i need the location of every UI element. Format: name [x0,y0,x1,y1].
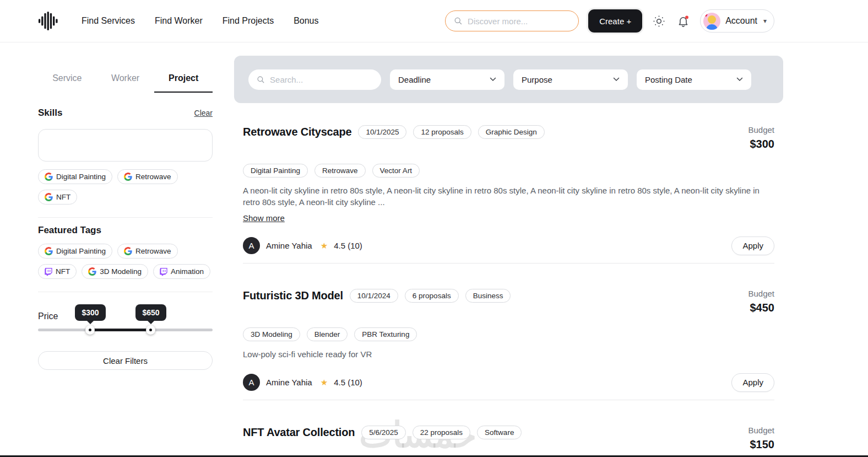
tab-project[interactable]: Project [154,73,213,93]
featured-tag-digital-painting[interactable]: Digital Painting [38,244,112,259]
featured-tags-title: Featured Tags [38,225,101,236]
price-label: Price [38,311,58,321]
project-card-futuristic-3d-model: Futuristic 3D Model 10/1/2024 6 proposal… [243,264,774,400]
notifications-button[interactable] [676,14,691,29]
google-icon [124,173,132,181]
tag-label: Digital Painting [56,173,106,181]
results-search-input[interactable] [270,75,373,84]
tab-worker[interactable]: Worker [96,73,155,93]
proposals-chip: 22 proposals [413,426,470,439]
deadline-chip: 10/1/2024 [350,289,398,303]
budget-label: Budget [748,426,774,435]
search-icon [257,75,265,84]
posting-date-dropdown[interactable]: Posting Date [637,69,751,90]
account-avatar: ♥ [703,13,720,30]
author-avatar: A [243,374,260,391]
featured-tag-retrowave[interactable]: Retrowave [117,244,178,259]
author-avatar: A [243,237,260,254]
featured-tag-3d-modeling[interactable]: 3D Modeling [82,264,148,279]
featured-tag-list: Digital Painting Retrowave NFT 3D Modeli… [38,244,213,279]
author[interactable]: A Amine Yahia ★ 4.5 (10) [243,237,362,254]
skills-header: Skills Clear [38,107,213,119]
twitch-icon [160,268,167,276]
show-more-link[interactable]: Show more [243,213,285,223]
google-icon [45,247,53,255]
tag-label: Animation [171,267,204,276]
skill-tag-digital-painting[interactable]: Digital Painting [38,169,112,184]
project-description: Low-poly sci-fi vehicle ready for VR [243,348,774,360]
project-tag: Blender [307,327,348,341]
apply-button[interactable]: Apply [731,373,774,392]
purpose-dropdown[interactable]: Purpose [513,69,628,90]
chevron-down-icon [490,77,496,82]
budget-block: Budget $300 [748,125,774,150]
dropdown-label: Posting Date [645,75,692,84]
budget-amount: $450 [748,302,774,314]
project-tag: Vector Art [372,164,420,178]
nav-find-worker[interactable]: Find Worker [155,16,203,26]
entity-tabs: Service Worker Project [38,73,213,93]
tab-service[interactable]: Service [38,73,96,93]
global-search[interactable] [445,10,579,31]
apply-button[interactable]: Apply [731,236,774,255]
price-slider-handle-min[interactable] [85,325,95,335]
author-rating: 4.5 (10) [334,241,362,250]
clear-filters-button[interactable]: Clear Filters [38,351,213,370]
star-icon: ★ [321,241,328,251]
author[interactable]: A Amine Yahia ★ 4.5 (10) [243,374,362,391]
project-title[interactable]: Futuristic 3D Model [243,289,343,302]
account-label: Account [725,16,757,26]
budget-block: Budget $450 [748,289,774,314]
dropdown-label: Deadline [398,75,431,84]
price-min-tooltip: $300 [75,304,106,321]
budget-amount: $300 [748,138,774,150]
card-header: Retrowave Cityscape 10/1/2025 12 proposa… [243,125,774,150]
deadline-chip: 10/1/2025 [358,125,406,139]
chevron-down-icon: ▾ [763,17,767,25]
category-chip: Business [465,289,511,303]
main-nav: Find Services Find Worker Find Projects … [82,16,319,26]
google-icon [88,267,96,276]
proposals-chip: 6 proposals [405,289,459,303]
skill-tag-retrowave[interactable]: Retrowave [117,169,178,184]
featured-tag-nft[interactable]: NFT [38,264,77,279]
budget-label: Budget [748,289,774,298]
project-description: A neon-lit city skyline in retro 80s sty… [243,185,774,208]
project-tags: 3D Modeling Blender PBR Texturing [243,327,774,341]
price-filter: Price $300 $650 [38,304,213,343]
google-icon [45,193,53,201]
account-menu-button[interactable]: ♥ Account ▾ [700,9,774,33]
results-filter-bar: Deadline Purpose Posting Date [234,56,783,103]
project-tag: PBR Texturing [354,327,417,341]
brand-logo-icon[interactable] [37,10,58,31]
proposals-chip: 12 proposals [413,125,471,139]
author-name: Amine Yahia [266,241,312,250]
bell-icon [677,15,690,28]
project-title[interactable]: NFT Avatar Collection [243,426,355,439]
skills-clear-link[interactable]: Clear [194,109,213,117]
project-title[interactable]: Retrowave Cityscape [243,126,351,138]
category-chip: Software [477,426,522,439]
create-button[interactable]: Create + [588,9,642,33]
project-card-nft-avatar-collection: NFT Avatar Collection 5/6/2025 22 propos… [243,400,774,457]
nav-find-projects[interactable]: Find Projects [223,16,274,26]
deadline-dropdown[interactable]: Deadline [390,69,504,90]
results-search[interactable] [248,69,381,90]
tag-label: NFT [56,267,70,276]
price-slider-handle-max[interactable] [146,325,155,335]
featured-tag-animation[interactable]: Animation [153,264,210,279]
budget-block: Budget $150 [748,426,774,451]
budget-amount: $150 [748,438,774,451]
nav-find-services[interactable]: Find Services [82,16,135,26]
nav-bonus[interactable]: Bonus [294,16,318,26]
budget-label: Budget [748,125,774,135]
skill-tag-nft[interactable]: NFT [38,190,77,205]
title-group: Futuristic 3D Model 10/1/2024 6 proposal… [243,289,511,303]
price-slider-range [90,329,151,331]
theme-toggle-button[interactable] [652,14,666,29]
tag-label: NFT [56,193,70,201]
skills-input[interactable] [38,129,213,162]
tag-label: Digital Painting [56,247,106,255]
author-row: A Amine Yahia ★ 4.5 (10) Apply [243,236,774,255]
global-search-input[interactable] [468,17,570,26]
